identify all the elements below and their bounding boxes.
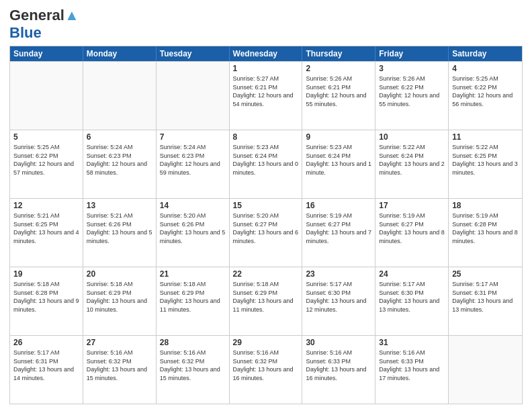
week-row-2: 5Sunrise: 5:25 AMSunset: 6:22 PMDaylight…	[10, 130, 522, 198]
day-cell-13: 13Sunrise: 5:21 AMSunset: 6:26 PMDayligh…	[83, 199, 157, 267]
day-number: 26	[13, 338, 79, 347]
cell-sun-info: Sunrise: 5:17 AMSunset: 6:31 PMDaylight:…	[13, 349, 79, 382]
day-of-week-friday: Friday	[375, 46, 449, 61]
empty-cell	[157, 62, 230, 130]
day-cell-12: 12Sunrise: 5:21 AMSunset: 6:25 PMDayligh…	[10, 199, 83, 267]
empty-cell	[83, 62, 157, 130]
day-number: 9	[306, 132, 371, 142]
day-number: 1	[233, 64, 299, 73]
cell-sun-info: Sunrise: 5:17 AMSunset: 6:30 PMDaylight:…	[306, 280, 371, 314]
empty-cell	[449, 336, 522, 404]
day-cell-11: 11Sunrise: 5:22 AMSunset: 6:25 PMDayligh…	[449, 130, 522, 198]
day-number: 2	[306, 64, 371, 73]
cell-sun-info: Sunrise: 5:16 AMSunset: 6:32 PMDaylight:…	[87, 349, 152, 382]
day-cell-23: 23Sunrise: 5:17 AMSunset: 6:30 PMDayligh…	[302, 267, 375, 335]
day-cell-8: 8Sunrise: 5:23 AMSunset: 6:24 PMDaylight…	[230, 130, 303, 198]
logo-line1: General▲	[9, 7, 79, 24]
cell-sun-info: Sunrise: 5:19 AMSunset: 6:28 PMDaylight:…	[452, 212, 519, 245]
day-cell-24: 24Sunrise: 5:17 AMSunset: 6:30 PMDayligh…	[375, 267, 449, 335]
day-of-week-tuesday: Tuesday	[157, 46, 230, 61]
day-cell-31: 31Sunrise: 5:16 AMSunset: 6:33 PMDayligh…	[375, 336, 449, 404]
day-cell-21: 21Sunrise: 5:18 AMSunset: 6:29 PMDayligh…	[157, 267, 230, 335]
logo-block: General▲ Blue	[9, 7, 79, 42]
cell-sun-info: Sunrise: 5:16 AMSunset: 6:33 PMDaylight:…	[379, 349, 445, 382]
day-cell-30: 30Sunrise: 5:16 AMSunset: 6:33 PMDayligh…	[302, 336, 375, 404]
day-cell-2: 2Sunrise: 5:26 AMSunset: 6:21 PMDaylight…	[302, 62, 375, 130]
day-number: 24	[379, 269, 445, 279]
cell-sun-info: Sunrise: 5:24 AMSunset: 6:23 PMDaylight:…	[160, 143, 226, 177]
day-cell-29: 29Sunrise: 5:16 AMSunset: 6:32 PMDayligh…	[230, 336, 303, 404]
cell-sun-info: Sunrise: 5:19 AMSunset: 6:27 PMDaylight:…	[379, 212, 445, 245]
day-cell-16: 16Sunrise: 5:19 AMSunset: 6:27 PMDayligh…	[302, 199, 375, 267]
day-of-week-wednesday: Wednesday	[230, 46, 303, 61]
day-number: 15	[233, 201, 299, 210]
cell-sun-info: Sunrise: 5:21 AMSunset: 6:26 PMDaylight:…	[87, 212, 152, 245]
cell-sun-info: Sunrise: 5:25 AMSunset: 6:22 PMDaylight:…	[452, 75, 519, 108]
day-cell-17: 17Sunrise: 5:19 AMSunset: 6:27 PMDayligh…	[375, 199, 449, 267]
cell-sun-info: Sunrise: 5:16 AMSunset: 6:32 PMDaylight:…	[233, 349, 299, 382]
week-row-1: 1Sunrise: 5:27 AMSunset: 6:21 PMDaylight…	[10, 61, 522, 130]
day-cell-7: 7Sunrise: 5:24 AMSunset: 6:23 PMDaylight…	[157, 130, 230, 198]
day-cell-4: 4Sunrise: 5:25 AMSunset: 6:22 PMDaylight…	[449, 62, 522, 130]
day-of-week-thursday: Thursday	[302, 46, 375, 61]
day-number: 17	[379, 201, 445, 210]
cell-sun-info: Sunrise: 5:18 AMSunset: 6:29 PMDaylight:…	[87, 280, 152, 314]
cell-sun-info: Sunrise: 5:27 AMSunset: 6:21 PMDaylight:…	[233, 75, 299, 108]
day-number: 30	[306, 338, 371, 347]
empty-cell	[10, 62, 83, 130]
day-number: 25	[452, 269, 519, 279]
day-cell-18: 18Sunrise: 5:19 AMSunset: 6:28 PMDayligh…	[449, 199, 522, 267]
day-number: 22	[233, 269, 299, 279]
day-cell-1: 1Sunrise: 5:27 AMSunset: 6:21 PMDaylight…	[230, 62, 303, 130]
day-number: 10	[379, 132, 445, 142]
day-number: 12	[13, 201, 79, 210]
calendar: SundayMondayTuesdayWednesdayThursdayFrid…	[9, 46, 523, 404]
cell-sun-info: Sunrise: 5:21 AMSunset: 6:25 PMDaylight:…	[13, 212, 79, 245]
day-number: 14	[160, 201, 226, 210]
day-cell-25: 25Sunrise: 5:17 AMSunset: 6:31 PMDayligh…	[449, 267, 522, 335]
cell-sun-info: Sunrise: 5:23 AMSunset: 6:24 PMDaylight:…	[233, 143, 299, 177]
day-number: 21	[160, 269, 226, 279]
day-cell-9: 9Sunrise: 5:23 AMSunset: 6:24 PMDaylight…	[302, 130, 375, 198]
day-number: 19	[13, 269, 79, 279]
cell-sun-info: Sunrise: 5:26 AMSunset: 6:22 PMDaylight:…	[379, 75, 445, 108]
logo-text-wrapper: General▲ Blue	[9, 7, 79, 42]
day-number: 3	[379, 64, 445, 73]
day-cell-22: 22Sunrise: 5:18 AMSunset: 6:29 PMDayligh…	[230, 267, 303, 335]
day-number: 13	[87, 201, 152, 210]
day-number: 16	[306, 201, 371, 210]
cell-sun-info: Sunrise: 5:20 AMSunset: 6:27 PMDaylight:…	[233, 212, 299, 245]
day-cell-27: 27Sunrise: 5:16 AMSunset: 6:32 PMDayligh…	[83, 336, 157, 404]
day-number: 7	[160, 132, 226, 142]
cell-sun-info: Sunrise: 5:18 AMSunset: 6:28 PMDaylight:…	[13, 280, 79, 314]
cell-sun-info: Sunrise: 5:22 AMSunset: 6:24 PMDaylight:…	[379, 143, 445, 177]
week-row-5: 26Sunrise: 5:17 AMSunset: 6:31 PMDayligh…	[10, 335, 522, 404]
calendar-body: 1Sunrise: 5:27 AMSunset: 6:21 PMDaylight…	[10, 61, 522, 404]
day-cell-26: 26Sunrise: 5:17 AMSunset: 6:31 PMDayligh…	[10, 336, 83, 404]
day-number: 28	[160, 338, 226, 347]
week-row-4: 19Sunrise: 5:18 AMSunset: 6:28 PMDayligh…	[10, 267, 522, 335]
page: General▲ Blue SundayMondayTuesdayWednesd…	[0, 0, 532, 411]
logo-line2: Blue	[9, 24, 79, 42]
cell-sun-info: Sunrise: 5:16 AMSunset: 6:33 PMDaylight:…	[306, 349, 371, 382]
day-number: 20	[87, 269, 152, 279]
calendar-header: SundayMondayTuesdayWednesdayThursdayFrid…	[10, 46, 522, 61]
cell-sun-info: Sunrise: 5:18 AMSunset: 6:29 PMDaylight:…	[233, 280, 299, 314]
cell-sun-info: Sunrise: 5:24 AMSunset: 6:23 PMDaylight:…	[87, 143, 152, 177]
day-cell-5: 5Sunrise: 5:25 AMSunset: 6:22 PMDaylight…	[10, 130, 83, 198]
day-cell-10: 10Sunrise: 5:22 AMSunset: 6:24 PMDayligh…	[375, 130, 449, 198]
cell-sun-info: Sunrise: 5:26 AMSunset: 6:21 PMDaylight:…	[306, 75, 371, 108]
day-cell-3: 3Sunrise: 5:26 AMSunset: 6:22 PMDaylight…	[375, 62, 449, 130]
day-cell-15: 15Sunrise: 5:20 AMSunset: 6:27 PMDayligh…	[230, 199, 303, 267]
day-of-week-monday: Monday	[83, 46, 157, 61]
cell-sun-info: Sunrise: 5:22 AMSunset: 6:25 PMDaylight:…	[452, 143, 519, 177]
day-number: 27	[87, 338, 152, 347]
day-number: 18	[452, 201, 519, 210]
cell-sun-info: Sunrise: 5:20 AMSunset: 6:26 PMDaylight:…	[160, 212, 226, 245]
cell-sun-info: Sunrise: 5:25 AMSunset: 6:22 PMDaylight:…	[13, 143, 79, 177]
day-number: 23	[306, 269, 371, 279]
day-number: 31	[379, 338, 445, 347]
cell-sun-info: Sunrise: 5:19 AMSunset: 6:27 PMDaylight:…	[306, 212, 371, 245]
cell-sun-info: Sunrise: 5:17 AMSunset: 6:30 PMDaylight:…	[379, 280, 445, 314]
day-number: 4	[452, 64, 519, 73]
